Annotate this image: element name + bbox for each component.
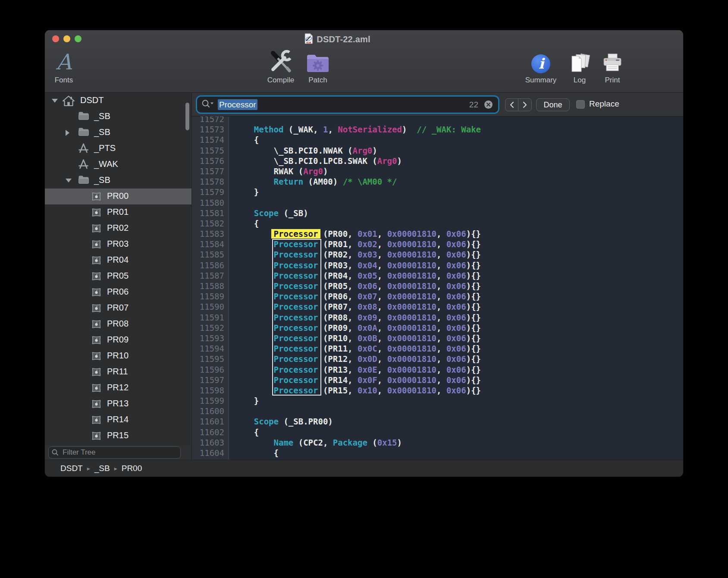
device-icon <box>91 399 102 411</box>
device-icon <box>91 207 102 219</box>
match-occurrence: Processor <box>274 354 318 364</box>
code-editor[interactable]: 1157211573 Method (_WAK, 1, NotSerialize… <box>192 116 683 460</box>
code-line: 11604 { <box>192 448 683 458</box>
tree-item-dsdt[interactable]: DSDT <box>45 93 191 109</box>
code-line: 11582 { <box>192 218 683 229</box>
document-proxy-icon[interactable]: AML <box>304 33 313 46</box>
code-line-text: Processor (PR12, 0x0D, 0x00001810, 0x06)… <box>229 354 481 364</box>
tree-item-label: _WAK <box>94 159 118 169</box>
tree-item-_wak[interactable]: _WAK <box>45 157 191 173</box>
replace-checkbox[interactable] <box>576 100 585 109</box>
code-line-text: Processor (PR10, 0x0B, 0x00001810, 0x06)… <box>229 333 481 343</box>
find-input[interactable]: Processor 22 <box>197 97 498 113</box>
breadcrumb-item-_sb[interactable]: _SB <box>94 464 110 473</box>
match-occurrence: Processor <box>274 344 318 353</box>
tree-item-pr07[interactable]: PR07 <box>45 300 191 316</box>
tree-item-pr11[interactable]: PR11 <box>45 364 191 380</box>
tree-item-pr01[interactable]: PR01 <box>45 204 191 220</box>
breadcrumb-item-dsdt[interactable]: DSDT <box>60 464 83 473</box>
code-line: 11577 RWAK (Arg0) <box>192 166 683 176</box>
tree-item-pr15[interactable]: PR15 <box>45 428 191 444</box>
code-line-text: Processor (PR07, 0x08, 0x00001810, 0x06)… <box>229 302 481 312</box>
disclosure-open-icon[interactable] <box>52 99 58 103</box>
code-line-text: Processor (PR05, 0x06, 0x00001810, 0x06)… <box>229 281 481 291</box>
zoom-button[interactable] <box>75 35 82 42</box>
toolbar-button-print[interactable]: Print <box>592 47 633 85</box>
code-line: 11591 Processor (PR08, 0x09, 0x00001810,… <box>192 312 683 323</box>
tree-item-_sb[interactable]: _SB <box>45 173 191 188</box>
tree-item-pr00[interactable]: PR00 <box>45 188 191 204</box>
minimize-button[interactable] <box>63 35 70 42</box>
sidebar-scrollbar-thumb[interactable] <box>185 103 189 130</box>
previous-match-button[interactable] <box>505 99 518 111</box>
code-line-text: Processor (PR11, 0x0C, 0x00001810, 0x06)… <box>229 343 481 354</box>
tree-item-pr08[interactable]: PR08 <box>45 316 191 332</box>
code-line: 11592 Processor (PR09, 0x0A, 0x00001810,… <box>192 323 683 333</box>
code-line-text: Processor (PR04, 0x05, 0x00001810, 0x06)… <box>229 270 481 281</box>
clear-search-icon[interactable] <box>484 100 493 109</box>
close-button[interactable] <box>52 35 59 42</box>
disclosure-open-icon[interactable] <box>66 179 72 182</box>
next-match-button[interactable] <box>518 99 531 111</box>
match-count: 22 <box>469 100 478 110</box>
code-line: 11576 \_SB.PCI0.LPCB.SWAK (Arg0) <box>192 156 683 166</box>
desktop: AML DSDT-22.aml A Fonts <box>0 0 728 578</box>
tree-item-label: PR05 <box>107 271 129 281</box>
tree-item-pr09[interactable]: PR09 <box>45 332 191 348</box>
device-icon <box>91 431 102 443</box>
tree-item-label: DSDT <box>80 95 104 105</box>
device-icon <box>91 383 102 395</box>
tree-item-pr05[interactable]: PR05 <box>45 268 191 284</box>
line-number: 11580 <box>192 198 229 208</box>
tree-item-label: PR11 <box>107 367 128 377</box>
tree-item-pr10[interactable]: PR10 <box>45 348 191 364</box>
breadcrumb-item-pr00[interactable]: PR00 <box>122 464 142 473</box>
code-line-text: Scope (_SB.PR00) <box>229 416 333 427</box>
done-button[interactable]: Done <box>536 98 570 111</box>
tree-item-pr06[interactable]: PR06 <box>45 284 191 300</box>
code-line-text: } <box>229 396 259 406</box>
line-number: 11591 <box>192 312 229 323</box>
maciasl-window: AML DSDT-22.aml A Fonts <box>45 30 683 477</box>
code-line-text: Name (CPC2, Package (0x15) <box>229 437 402 448</box>
printer-icon <box>601 47 624 74</box>
tree-item-label: PR12 <box>107 383 129 393</box>
line-number: 11595 <box>192 354 229 364</box>
code-line: 11573 Method (_WAK, 1, NotSerialized) //… <box>192 124 683 135</box>
tree-item-pr02[interactable]: PR02 <box>45 220 191 236</box>
disclosure-closed-icon[interactable] <box>66 130 69 136</box>
tree-item-pr04[interactable]: PR04 <box>45 252 191 268</box>
editor-pane: Processor 22 <box>192 93 683 460</box>
tree-item-pr03[interactable]: PR03 <box>45 236 191 252</box>
code-line-text: Processor (PR03, 0x04, 0x00001810, 0x06)… <box>229 260 481 270</box>
filter-tree-input[interactable] <box>48 446 181 459</box>
svg-text:AML: AML <box>308 42 311 44</box>
code-line: 11597 Processor (PR14, 0x0F, 0x00001810,… <box>192 375 683 385</box>
code-line: 11578 Return (AM00) /* \AM00 */ <box>192 176 683 187</box>
tree-item-_sb[interactable]: _SB <box>45 109 191 125</box>
device-icon <box>91 319 102 331</box>
code-line: 11584 Processor (PR01, 0x02, 0x00001810,… <box>192 239 683 249</box>
code-line-text <box>229 406 234 416</box>
toolbar-button-compile[interactable]: Compile <box>260 47 301 85</box>
tree-item-_pts[interactable]: _PTS <box>45 141 191 157</box>
match-occurrence: Processor <box>274 239 318 249</box>
line-number: 11574 <box>192 135 229 145</box>
tree-item-pr12[interactable]: PR12 <box>45 380 191 396</box>
search-icon[interactable] <box>201 99 214 110</box>
code-line-text: \_SB.PCI0.LPCB.SWAK (Arg0) <box>229 156 402 166</box>
code-line: 11590 Processor (PR07, 0x08, 0x00001810,… <box>192 302 683 312</box>
tree-item-_sb[interactable]: _SB <box>45 125 191 141</box>
line-number: 11599 <box>192 396 229 406</box>
tree-item-pr14[interactable]: PR14 <box>45 412 191 428</box>
patch-folder-icon <box>305 47 330 74</box>
device-icon <box>91 255 102 267</box>
code-line: 11588 Processor (PR05, 0x06, 0x00001810,… <box>192 281 683 291</box>
line-number: 11575 <box>192 145 229 156</box>
toolbar-button-patch[interactable]: Patch <box>297 47 339 85</box>
toolbar-button-fonts[interactable]: A Fonts <box>45 47 85 85</box>
tree-item-pr13[interactable]: PR13 <box>45 396 191 412</box>
toolbar-button-summary[interactable]: i Summary <box>520 47 562 85</box>
line-number: 11596 <box>192 364 229 375</box>
find-bar: Processor 22 <box>192 93 683 116</box>
